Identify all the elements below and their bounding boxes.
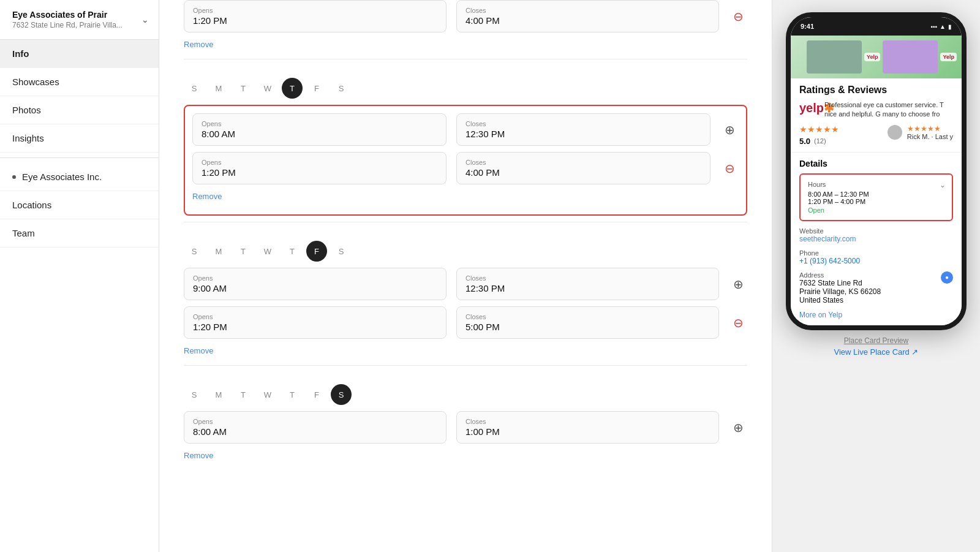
opens-field-s1[interactable]: Opens 8:00 AM: [184, 411, 447, 444]
phone-time: 9:41: [801, 23, 814, 30]
photos-label: Photos: [12, 105, 41, 115]
sidebar-item-info[interactable]: Info: [0, 40, 159, 68]
business-selector[interactable]: Eye Associates of Prair 7632 State Line …: [0, 0, 159, 40]
day-friday-active[interactable]: F: [306, 241, 327, 262]
business-name: Eye Associates of Prair: [12, 10, 123, 20]
add-time-button-s[interactable]: ⊕: [729, 418, 747, 437]
place-card-preview-link[interactable]: Place Card Preview: [834, 336, 919, 345]
closes-field-1[interactable]: Closes 12:30 PM: [456, 113, 710, 146]
opens-field-1[interactable]: Opens 8:00 AM: [192, 113, 447, 146]
showcases-label: Showcases: [12, 77, 59, 87]
opens-label: Opens: [202, 120, 437, 127]
day-tuesday[interactable]: T: [233, 78, 254, 99]
view-live-card-link[interactable]: View Live Place Card ↗: [834, 347, 919, 357]
day-selector-saturday: S M T W T F S: [184, 373, 747, 411]
day-thursday-s[interactable]: T: [282, 384, 303, 405]
remove-time-button-f2[interactable]: ⊖: [729, 314, 747, 332]
signal-icon: ▪▪▪: [930, 23, 937, 30]
closes-field-f2[interactable]: Closes 5:00 PM: [456, 306, 719, 339]
remove-link-friday[interactable]: Remove: [184, 346, 213, 355]
rating-count: (12): [814, 137, 826, 145]
address-item: Address 7632 State Line Rd Prairie Villa…: [799, 271, 953, 304]
yelp-logo: yelp✱: [799, 100, 818, 115]
sidebar-item-team[interactable]: Team: [0, 219, 159, 248]
closes-field-2[interactable]: Closes 4:00 PM: [456, 152, 710, 184]
hours-label: Hours: [808, 181, 944, 188]
day-saturday-active[interactable]: S: [331, 384, 352, 405]
day-thursday-active[interactable]: T: [282, 78, 303, 99]
yelp-review-row: yelp✱ Professional eye ca customer servi…: [799, 100, 953, 119]
phone-status-bar: 9:41 ▪▪▪ ▲ ▮: [791, 17, 962, 36]
day-sunday[interactable]: S: [184, 78, 205, 99]
closes-label: Closes: [466, 7, 710, 14]
opens-value: 1:20 PM: [193, 15, 437, 26]
closes-label: Closes: [466, 274, 710, 282]
opens-value-1: 8:00 AM: [202, 129, 437, 139]
reviewer-name: Rick M. · Last y: [907, 133, 953, 140]
wifi-icon: ▲: [940, 23, 946, 30]
time-row-f2: Opens 1:20 PM Closes 5:00 PM ⊖: [184, 306, 747, 339]
sidebar-item-photos[interactable]: Photos: [0, 96, 159, 124]
day-monday-f[interactable]: M: [208, 241, 229, 262]
hours-line2: 1:20 PM – 4:00 PM: [808, 198, 944, 205]
sidebar-item-insights[interactable]: Insights: [0, 124, 159, 153]
closes-field[interactable]: Closes 4:00 PM: [456, 0, 719, 32]
remove-link-tuesday[interactable]: Remove: [192, 192, 222, 201]
remove-time-button[interactable]: ⊖: [729, 7, 747, 26]
closes-field-f1[interactable]: Closes 12:30 PM: [456, 268, 719, 300]
day-sunday-s[interactable]: S: [184, 384, 205, 405]
opens-field-f2[interactable]: Opens 1:20 PM: [184, 306, 447, 339]
day-wednesday[interactable]: W: [257, 78, 278, 99]
day-monday[interactable]: M: [208, 78, 229, 99]
hours-chevron-icon: ⌄: [940, 181, 946, 189]
closes-field-s1[interactable]: Closes 1:00 PM: [456, 411, 719, 444]
hours-line1: 8:00 AM – 12:30 PM: [808, 191, 944, 198]
day-saturday-f[interactable]: S: [331, 241, 352, 262]
website-label: Website: [799, 227, 953, 235]
sidebar: Eye Associates of Prair 7632 State Line …: [0, 0, 159, 552]
day-wednesday-s[interactable]: W: [257, 384, 278, 405]
day-friday-s[interactable]: F: [306, 384, 327, 405]
day-tuesday-f[interactable]: T: [233, 241, 254, 262]
opens-label: Opens: [202, 159, 437, 166]
phone-frame: 9:41 ▪▪▪ ▲ ▮ Yelp Yelp Ratings & Reviews: [786, 12, 967, 330]
day-wednesday-f[interactable]: W: [257, 241, 278, 262]
address-location-icon: ●: [941, 271, 953, 284]
sidebar-item-eye-associates-inc[interactable]: Eye Associates Inc.: [0, 163, 159, 191]
remove-link-saturday[interactable]: Remove: [184, 451, 213, 460]
sidebar-item-showcases[interactable]: Showcases: [0, 68, 159, 96]
remove-link[interactable]: Remove: [184, 40, 213, 49]
day-thursday-f[interactable]: T: [282, 241, 303, 262]
closes-value: 4:00 PM: [466, 15, 710, 26]
info-label: Info: [12, 48, 29, 59]
opens-field-f1[interactable]: Opens 9:00 AM: [184, 268, 447, 300]
website-value[interactable]: seetheclarity.com: [799, 235, 953, 243]
day-friday[interactable]: F: [306, 78, 327, 99]
day-monday-s[interactable]: M: [208, 384, 229, 405]
day-sunday-f[interactable]: S: [184, 241, 205, 262]
hours-box: Hours 8:00 AM – 12:30 PM 1:20 PM – 4:00 …: [799, 173, 953, 221]
day-saturday[interactable]: S: [331, 78, 352, 99]
photo-1: [807, 40, 862, 74]
day-selector-tuesday: S M T W T F S: [184, 67, 747, 105]
day-tuesday-s[interactable]: T: [233, 384, 254, 405]
more-yelp-link[interactable]: More on Yelp: [799, 311, 953, 319]
separator: [184, 365, 747, 366]
remove-time-button-2[interactable]: ⊖: [720, 159, 739, 178]
rating-score: 5.0: [799, 137, 810, 146]
opens-field-2[interactable]: Opens 1:20 PM: [192, 152, 447, 184]
ratings-section: Ratings & Reviews yelp✱ Professional eye…: [791, 78, 962, 152]
opens-value-f1: 9:00 AM: [193, 283, 437, 293]
address-line2: Prairie Village, KS 66208: [799, 287, 881, 296]
time-row: Opens 1:20 PM Closes 4:00 PM ⊖: [184, 0, 747, 32]
sidebar-item-locations[interactable]: Locations: [0, 191, 159, 219]
add-time-button-f[interactable]: ⊕: [729, 275, 747, 293]
review-text: Professional eye ca customer service. T …: [824, 100, 953, 119]
add-time-button[interactable]: ⊕: [720, 121, 739, 139]
phone-value[interactable]: +1 (913) 642-5000: [799, 257, 953, 265]
opens-field[interactable]: Opens 1:20 PM: [184, 0, 447, 32]
main-content: Opens 1:20 PM Closes 4:00 PM ⊖ Remove S …: [159, 0, 772, 552]
opens-value-2: 1:20 PM: [202, 167, 437, 178]
closes-value-s1: 1:00 PM: [466, 426, 710, 437]
phone-label: Phone: [799, 249, 953, 257]
